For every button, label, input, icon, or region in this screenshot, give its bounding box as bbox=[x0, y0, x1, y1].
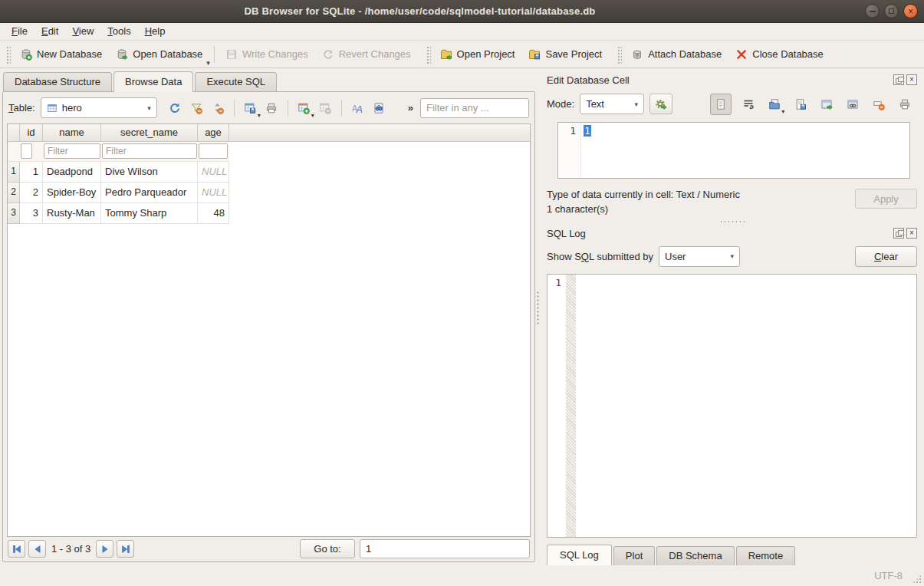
cell-age[interactable]: NULL bbox=[198, 162, 229, 183]
menu-help[interactable]: Help bbox=[138, 24, 173, 39]
filter-input-name[interactable] bbox=[44, 143, 100, 159]
copy-link-button[interactable] bbox=[843, 94, 862, 114]
dock-tab-remote[interactable]: Remote bbox=[736, 546, 796, 565]
goto-record-input[interactable] bbox=[360, 539, 530, 558]
save-table-button[interactable]: ▾ bbox=[241, 98, 260, 117]
clear-log-button[interactable]: Clear bbox=[855, 246, 917, 267]
tab-execute-sql[interactable]: Execute SQL bbox=[195, 72, 277, 91]
next-record-button[interactable] bbox=[96, 540, 113, 558]
row-header[interactable]: 2 bbox=[8, 183, 20, 203]
sql-log-editor[interactable]: 1 bbox=[547, 274, 917, 538]
filter-any-column-input[interactable] bbox=[420, 98, 529, 118]
refresh-button[interactable] bbox=[166, 98, 185, 117]
encoding-indicator[interactable]: UTF-8 bbox=[874, 570, 903, 581]
next-record-icon bbox=[100, 544, 110, 555]
column-header-id[interactable]: id bbox=[20, 124, 43, 142]
editor-line-number: 1 bbox=[547, 275, 566, 537]
open-project-icon bbox=[440, 48, 452, 61]
new-database-button[interactable]: New Database bbox=[13, 45, 109, 64]
tab-browse-data[interactable]: Browse Data bbox=[113, 71, 193, 92]
chevron-down-icon: ▾ bbox=[311, 112, 314, 119]
resize-grip-icon[interactable] bbox=[912, 574, 922, 584]
cell-id[interactable]: 1 bbox=[20, 162, 43, 183]
cell-name[interactable]: Deadpond bbox=[43, 162, 101, 183]
close-button[interactable]: × bbox=[903, 4, 918, 18]
toolbar-drag-handle[interactable] bbox=[617, 45, 622, 64]
attach-database-button[interactable]: Attach Database bbox=[624, 45, 728, 64]
column-header-secret-name[interactable]: secret_name bbox=[101, 124, 198, 142]
float-dock-icon[interactable] bbox=[893, 228, 904, 239]
close-dock-icon[interactable]: × bbox=[906, 74, 917, 85]
insert-record-button[interactable]: ▾ bbox=[294, 98, 314, 117]
open-database-dropdown-caret[interactable]: ▾ bbox=[206, 59, 210, 67]
table-select[interactable]: hero ▾ bbox=[41, 97, 157, 118]
dock-tab-sql-log[interactable]: SQL Log bbox=[547, 545, 612, 565]
previous-record-button[interactable] bbox=[28, 540, 46, 558]
dock-tab-plot[interactable]: Plot bbox=[613, 546, 655, 565]
menu-tools[interactable]: Tools bbox=[100, 24, 137, 39]
toolbar-separator bbox=[214, 46, 215, 63]
cell-value-editor[interactable]: 1 1 bbox=[557, 122, 910, 179]
open-project-button[interactable]: Open Project bbox=[433, 45, 522, 64]
revert-changes-button: Revert Changes bbox=[315, 45, 418, 64]
word-wrap-button[interactable] bbox=[738, 94, 758, 114]
menu-view[interactable]: View bbox=[65, 24, 100, 39]
toolbar-overflow-chevron[interactable]: » bbox=[403, 102, 418, 114]
open-database-icon bbox=[116, 48, 128, 61]
minimize-button[interactable] bbox=[865, 4, 880, 18]
clear-sorting-button[interactable] bbox=[209, 98, 228, 117]
save-project-button[interactable]: Save Project bbox=[521, 45, 609, 64]
find-in-table-button[interactable] bbox=[370, 98, 389, 117]
print-cell-button[interactable] bbox=[895, 94, 914, 114]
close-dock-icon[interactable]: × bbox=[906, 228, 917, 239]
auto-switch-mode-button[interactable] bbox=[649, 94, 672, 114]
menu-edit[interactable]: Edit bbox=[35, 24, 65, 39]
toolbar-drag-handle[interactable] bbox=[426, 45, 431, 64]
clear-filters-button[interactable] bbox=[187, 98, 206, 117]
cell-secret-name[interactable]: Pedro Parqueador bbox=[101, 183, 198, 203]
last-record-button[interactable] bbox=[117, 540, 134, 558]
mode-select[interactable]: Text ▾ bbox=[580, 94, 644, 114]
print-table-button[interactable] bbox=[262, 98, 281, 117]
filter-input-id[interactable] bbox=[21, 143, 32, 159]
filter-input-age[interactable] bbox=[199, 143, 228, 159]
cell-secret-name[interactable]: Dive Wilson bbox=[101, 162, 198, 183]
import-cell-data-button[interactable]: ▾ bbox=[765, 94, 784, 114]
first-record-button[interactable] bbox=[8, 540, 25, 558]
cell-age[interactable]: NULL bbox=[198, 183, 229, 203]
table-label: Table: bbox=[8, 102, 35, 114]
cell-name[interactable]: Rusty-Man bbox=[43, 203, 101, 224]
sql-source-select[interactable]: User ▾ bbox=[659, 246, 740, 267]
open-in-external-button[interactable] bbox=[817, 94, 836, 114]
toolbar-drag-handle[interactable] bbox=[5, 45, 11, 64]
cell-id[interactable]: 3 bbox=[20, 203, 43, 224]
close-database-button[interactable]: Close Database bbox=[728, 45, 830, 64]
cell-name[interactable]: Spider-Boy bbox=[43, 183, 101, 203]
cell-editor-content: 1 bbox=[584, 125, 591, 137]
browse-data-frame: Table: hero ▾ ▾ ▾ » bbox=[2, 91, 535, 562]
filter-input-secret-name[interactable] bbox=[102, 143, 197, 159]
dock-tab-db-schema[interactable]: DB Schema bbox=[656, 546, 734, 565]
row-header[interactable]: 3 bbox=[8, 203, 20, 224]
dock-splitter[interactable] bbox=[547, 216, 917, 226]
set-null-icon bbox=[873, 98, 885, 110]
goto-button[interactable]: Go to: bbox=[300, 539, 355, 558]
delete-record-icon bbox=[319, 102, 331, 114]
column-header-age[interactable]: age bbox=[198, 124, 229, 142]
font-settings-button[interactable] bbox=[348, 98, 367, 117]
cell-secret-name[interactable]: Tommy Sharp bbox=[101, 203, 198, 224]
set-null-button[interactable] bbox=[869, 94, 888, 114]
maximize-button[interactable] bbox=[884, 4, 899, 18]
column-header-name[interactable]: name bbox=[43, 124, 101, 142]
open-database-button[interactable]: Open Database bbox=[109, 45, 209, 64]
menu-file[interactable]: File bbox=[5, 24, 35, 39]
cell-id[interactable]: 2 bbox=[20, 183, 43, 203]
tab-database-structure[interactable]: Database Structure bbox=[3, 72, 112, 91]
row-header[interactable]: 1 bbox=[8, 162, 20, 183]
float-dock-icon[interactable] bbox=[893, 74, 904, 85]
previous-record-icon bbox=[32, 544, 43, 555]
export-cell-data-button[interactable] bbox=[791, 94, 810, 114]
find-icon bbox=[373, 102, 385, 114]
text-view-toggle-button[interactable] bbox=[710, 94, 732, 115]
cell-age[interactable]: 48 bbox=[198, 203, 229, 224]
